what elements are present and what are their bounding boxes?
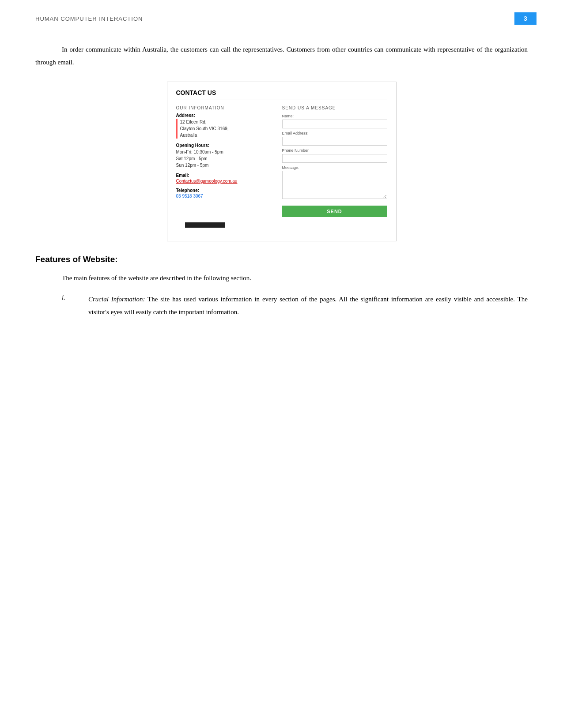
telephone-value: 03 9518 3067: [176, 194, 203, 199]
opening-hours-label: Opening Hours:: [176, 143, 273, 148]
telephone-block: Telephone: 03 9518 3067: [176, 188, 273, 199]
page: HUMAN COMPUTER INTERACTION 3 In order co…: [0, 0, 563, 728]
header: HUMAN COMPUTER INTERACTION 3: [0, 0, 563, 30]
list-italic-part: Crucial Information:: [88, 296, 145, 303]
name-label: Name:: [282, 114, 387, 118]
phone-field-group: Phone Number: [282, 148, 387, 163]
email-field-group: Email Address:: [282, 131, 387, 146]
email-link[interactable]: Contactus@gameology.com.au: [176, 179, 238, 184]
opening-hours-line2: Sat 12pm - 5pm: [176, 155, 273, 162]
header-title: HUMAN COMPUTER INTERACTION: [35, 15, 143, 22]
phone-number-input[interactable]: [282, 154, 387, 163]
address-block: Address: 12 Eileen Rd, Clayton South VIC…: [176, 113, 273, 139]
address-content: 12 Eileen Rd, Clayton South VIC 3169, Au…: [176, 119, 273, 139]
contact-left: OUR INFORMATION Address: 12 Eileen Rd, C…: [176, 105, 273, 217]
our-information-label: OUR INFORMATION: [176, 105, 273, 110]
send-button[interactable]: SEND: [282, 206, 387, 217]
address-label: Address:: [176, 113, 273, 118]
address-line1: 12 Eileen Rd,: [180, 119, 273, 125]
contact-form: SEND US A MESSAGE Name: Email Address: P…: [282, 105, 387, 217]
email-block: Email: Contactus@gameology.com.au: [176, 173, 273, 184]
image-bar: [185, 222, 225, 228]
contact-body: OUR INFORMATION Address: 12 Eileen Rd, C…: [176, 105, 387, 217]
opening-hours-line3: Sun 12pm - 5pm: [176, 162, 273, 169]
name-input[interactable]: [282, 120, 387, 128]
opening-hours-block: Opening Hours: Mon-Fri: 10:30am - 5pm Sa…: [176, 143, 273, 169]
list-text: The site has used various information in…: [88, 296, 528, 315]
email-label: Email:: [176, 173, 273, 178]
message-textarea[interactable]: [282, 171, 387, 199]
message-label: Message:: [282, 165, 387, 170]
address-line2: Clayton South VIC 3169,: [180, 125, 273, 132]
list-content: Crucial Information: The site has used v…: [88, 293, 528, 318]
contact-us-section: CONTACT US OUR INFORMATION Address: 12 E…: [167, 82, 397, 241]
page-number: 3: [514, 12, 537, 25]
opening-hours-line1: Mon-Fri: 10:30am - 5pm: [176, 149, 273, 155]
address-line3: Australia: [180, 132, 273, 139]
intro-paragraph: In order communicate within Australia, t…: [35, 43, 528, 68]
telephone-label: Telephone:: [176, 188, 273, 193]
contact-title: CONTACT US: [176, 89, 387, 100]
features-intro: The main features of the website are des…: [35, 272, 528, 284]
main-content: In order communicate within Australia, t…: [0, 30, 563, 343]
name-field-group: Name:: [282, 114, 387, 128]
email-address-label: Email Address:: [282, 131, 387, 135]
features-heading: Features of Website:: [35, 255, 528, 264]
intro-text: In order communicate within Australia, t…: [35, 43, 528, 68]
list-numeral: i.: [62, 293, 88, 301]
phone-number-label: Phone Number: [282, 148, 387, 153]
features-list: i. Crucial Information: The site has use…: [62, 293, 528, 318]
message-field-group: Message:: [282, 165, 387, 200]
email-address-input[interactable]: [282, 137, 387, 146]
send-message-label: SEND US A MESSAGE: [282, 105, 387, 110]
list-item: i. Crucial Information: The site has use…: [62, 293, 528, 318]
